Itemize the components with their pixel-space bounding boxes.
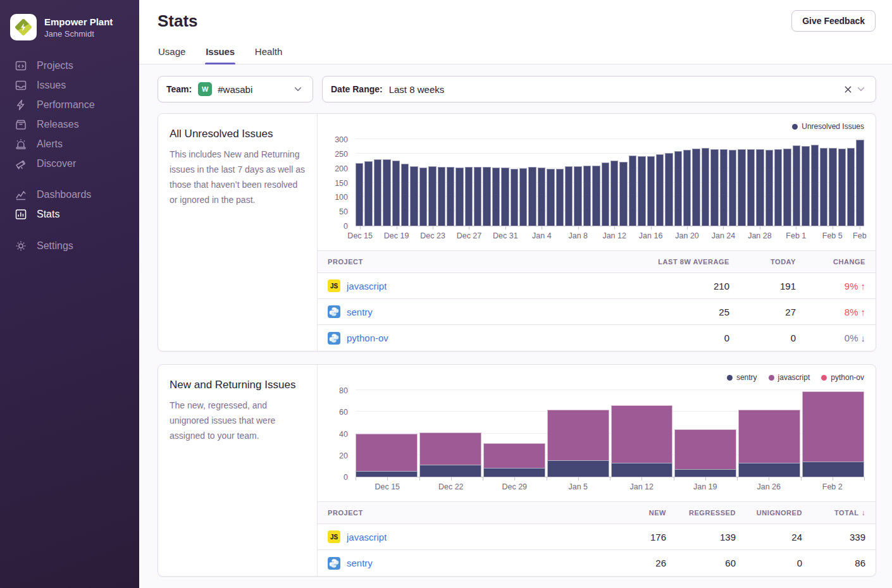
give-feedback-button[interactable]: Give Feedback [791, 10, 876, 32]
project-cell: JSjavascript [328, 279, 622, 292]
x-tick-label: Feb 5 [822, 231, 843, 240]
unresolved-issues-chart: Unresolved Issues 050100150200250300 Dec… [318, 114, 876, 248]
legend-item[interactable]: sentry [727, 373, 757, 382]
bar [638, 156, 645, 226]
column-header[interactable]: TOTAL↓ [802, 508, 865, 517]
project-link[interactable]: sentry [347, 307, 373, 317]
project-cell: sentry [328, 557, 603, 570]
legend-item[interactable]: python-ov [821, 373, 864, 382]
discover-icon [14, 157, 28, 171]
bar [574, 166, 581, 226]
bar [665, 153, 672, 226]
y-axis: 020406080 [329, 391, 352, 477]
bar [592, 166, 600, 226]
bar-segment-javascript [419, 432, 481, 465]
sidebar-item-projects[interactable]: Projects [0, 56, 139, 75]
project-link[interactable]: javascript [347, 532, 387, 542]
y-tick-label: 80 [339, 386, 348, 395]
y-tick-label: 60 [339, 408, 348, 417]
legend-dot-icon [727, 375, 733, 381]
value-cell: 25 [622, 307, 729, 317]
bar [428, 166, 436, 226]
bar [674, 151, 682, 226]
x-tick-label: Feb [853, 231, 867, 240]
issues-icon [14, 78, 28, 92]
app-root: Empower Plant Jane Schmidt Projects Issu… [0, 0, 892, 588]
date-range-select[interactable]: Date Range: Last 8 weeks [322, 76, 876, 102]
x-tick-label: Feb 2 [822, 482, 843, 491]
sidebar-item-dashboards[interactable]: Dashboards [0, 185, 139, 204]
x-tick [737, 477, 738, 481]
table-row: sentry25278%↑ [318, 299, 876, 325]
bar-segment-sentry [419, 465, 481, 477]
stacked-bar [547, 391, 609, 477]
stats-icon [14, 207, 28, 221]
x-tick [542, 226, 542, 230]
bar [802, 146, 809, 226]
bar-segment-sentry [356, 471, 418, 477]
x-tick [614, 226, 615, 230]
team-value: #wasabi [218, 84, 252, 95]
column-header: UNIGNORED [736, 509, 802, 517]
legend-dot-icon [821, 375, 827, 381]
sidebar-item-stats[interactable]: Stats [0, 204, 139, 224]
y-tick-label: 50 [339, 207, 348, 216]
clear-icon[interactable] [841, 83, 855, 96]
project-link[interactable]: sentry [347, 558, 373, 568]
tab-usage[interactable]: Usage [158, 46, 186, 64]
x-tick [760, 226, 760, 230]
tab-bar: Usage Issues Health [139, 46, 892, 64]
x-axis: Dec 15Dec 19Dec 23Dec 27Dec 31Jan 4Jan 8… [356, 226, 864, 244]
bar [528, 167, 536, 226]
bar [774, 149, 782, 226]
column-header: CHANGE [796, 258, 865, 266]
sidebar-item-discover[interactable]: Discover [0, 154, 139, 173]
org-switcher[interactable]: Empower Plant Jane Schmidt [0, 10, 139, 56]
legend-item[interactable]: javascript [769, 373, 810, 382]
project-link[interactable]: javascript [347, 281, 387, 291]
project-link[interactable]: python-ov [347, 333, 388, 343]
bar-segment-sentry [483, 468, 545, 477]
sort-desc-icon: ↓ [861, 508, 865, 517]
x-tick [723, 226, 724, 230]
team-select[interactable]: Team: W #wasabi [158, 76, 313, 102]
projects-icon [14, 59, 28, 73]
value-cell: 0 [622, 333, 729, 343]
value-cell: 60 [666, 558, 736, 568]
table-header-row: PROJECTNEWREGRESSEDUNIGNOREDTOTAL↓ [318, 501, 876, 524]
bar [519, 168, 527, 226]
x-tick [796, 226, 796, 230]
sidebar-item-settings[interactable]: Settings [0, 236, 139, 255]
sidebar-item-alerts[interactable]: Alerts [0, 134, 139, 154]
project-cell: sentry [328, 305, 622, 318]
main: Stats Give Feedback Usage Issues Health … [139, 0, 892, 588]
bar-segment-sentry [802, 462, 864, 477]
bar [483, 167, 490, 226]
bar [793, 145, 800, 226]
column-header: NEW [603, 509, 666, 517]
tab-health[interactable]: Health [254, 46, 283, 64]
panel-title: All Unresolved Issues [170, 128, 306, 140]
tab-issues[interactable]: Issues [205, 46, 235, 64]
bar-segment-javascript [802, 391, 864, 462]
x-tick [356, 477, 356, 481]
x-tick [419, 477, 420, 481]
sidebar-item-label: Discover [37, 158, 76, 169]
value-cell: 139 [666, 532, 736, 542]
x-tick [864, 477, 865, 481]
x-tick-label: Jan 16 [639, 231, 663, 240]
arrow-up-icon: ↑ [861, 307, 866, 317]
sidebar-item-releases[interactable]: Releases [0, 114, 139, 134]
value-cell: 24 [736, 532, 802, 542]
date-range-value: Last 8 weeks [389, 84, 445, 95]
alerts-icon [14, 137, 28, 151]
bar [374, 159, 381, 226]
x-tick-label: Jan 5 [568, 482, 588, 491]
sidebar-item-issues[interactable]: Issues [0, 75, 139, 95]
x-tick [674, 477, 674, 481]
legend-item[interactable]: Unresolved Issues [792, 122, 864, 131]
bar [619, 162, 627, 226]
sidebar-item-performance[interactable]: Performance [0, 95, 139, 114]
bar [729, 150, 736, 226]
column-header: PROJECT [328, 258, 622, 266]
